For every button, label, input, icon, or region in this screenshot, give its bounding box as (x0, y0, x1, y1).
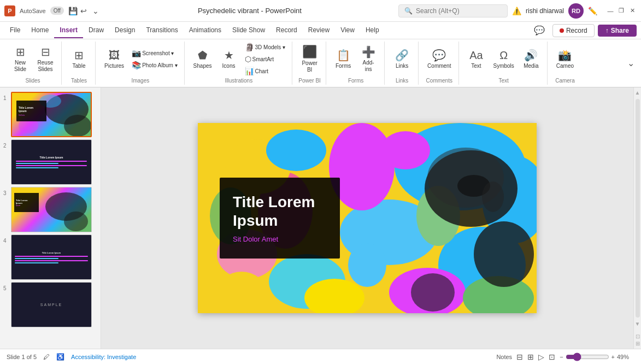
right-scrollbar[interactable]: ▲ ▼ ⊡ ⊞ (633, 87, 641, 349)
title-bar-icons: 💾 ↩ ⌄ (68, 7, 101, 15)
icons-icon: ★ (224, 49, 234, 62)
chart-button[interactable]: 📊 Chart (243, 66, 288, 77)
maximize-button[interactable]: ❐ (617, 7, 626, 15)
3d-models-label: 3D Models ▾ (255, 44, 286, 50)
links-button[interactable]: 🔗 Links (391, 46, 414, 72)
3d-models-button[interactable]: 🗿 3D Models ▾ (243, 42, 288, 52)
autosave-toggle[interactable]: Off (50, 7, 64, 15)
tables-group-label: Tables (71, 78, 87, 85)
slide-3-thumbnail[interactable]: Title LoremIpsum Ipsum (11, 187, 92, 232)
more-icon[interactable]: ⌄ (92, 7, 101, 15)
notes-label[interactable]: Notes (496, 354, 512, 360)
status-bar-right: Notes ⊟ ⊞ ▷ ⊡ − + 49% (496, 353, 634, 361)
slide-1-number: 1 (3, 95, 9, 101)
zoom-out-icon[interactable]: − (560, 354, 563, 360)
slide-sorter-icon[interactable]: ⊞ (527, 353, 534, 361)
normal-view-icon[interactable]: ⊟ (516, 353, 523, 361)
scroll-up-icon[interactable]: ▲ (635, 90, 640, 96)
comment-button-ribbon[interactable]: 💬 Comment (424, 46, 454, 72)
ribbon: File Home Insert Draw Design Transitions… (0, 22, 641, 87)
comment-button[interactable]: 💬 (530, 23, 549, 38)
accessibility-text[interactable]: Accessibility: Investigate (71, 354, 136, 360)
zoom-slider[interactable] (566, 353, 609, 361)
slide-info: Slide 1 of 5 (7, 354, 37, 360)
illustrations-group-items: ⬟ Shapes ★ Icons 🗿 3D Models ▾ ⬡ SmartAr… (190, 42, 288, 77)
smartart-button[interactable]: ⬡ SmartArt (243, 54, 288, 64)
slide-4-lines (15, 256, 88, 263)
window-controls: — ❐ ✕ (606, 7, 637, 15)
cameo-label: Cameo (556, 63, 574, 69)
tab-design[interactable]: Design (109, 23, 140, 38)
slide-4-thumbnail[interactable]: Title Lorem Ipsum (11, 234, 92, 280)
slide-3-wrapper: 3 Title LoremIpsum Ipsum (3, 187, 97, 232)
user-avatar[interactable]: RD (568, 3, 584, 19)
slide-1-thumbnail[interactable]: Title LoremIpsum Sit Dolor (11, 92, 92, 137)
slide-2-content: Title Lorem Ipsum (11, 140, 91, 184)
record-button[interactable]: Record (552, 24, 595, 37)
tab-transitions[interactable]: Transitions (140, 23, 183, 38)
screenshot-button[interactable]: 📷 Screenshot ▾ (130, 48, 179, 58)
tab-animations[interactable]: Animations (184, 23, 227, 38)
slide-4-line-1 (15, 256, 88, 257)
screenshot-icon: 📷 (132, 49, 141, 57)
ribbon-expand-button[interactable]: ⌄ (625, 42, 637, 85)
undo-icon[interactable]: ↩ (80, 7, 89, 15)
scroll-down-icon[interactable]: ▼ (635, 321, 640, 327)
photo-album-label: Photo Album ▾ (142, 62, 177, 68)
title-bar: P AutoSave Off 💾 ↩ ⌄ Psychedelic vibrant… (0, 0, 641, 22)
warning-icon: ⚠️ (512, 7, 521, 15)
minimize-button[interactable]: — (606, 7, 615, 15)
presenter-view-icon[interactable]: ⊡ (549, 353, 555, 361)
slides-group-items: ⊞ NewSlide ⊟ ReuseSlides (9, 42, 57, 77)
canvas-area[interactable]: Title Lorem Ipsum Sit Dolor Amet (101, 87, 633, 349)
icons-button[interactable]: ★ Icons (217, 46, 240, 72)
slide-5-thumbnail[interactable]: SAMPLE (11, 282, 92, 327)
zoom-fit-icon[interactable]: ⊞ (636, 340, 640, 347)
tab-slide-show[interactable]: Slide Show (227, 23, 270, 38)
zoom-in-icon[interactable]: + (611, 354, 615, 360)
tab-file[interactable]: File (4, 23, 26, 38)
tab-home[interactable]: Home (26, 23, 54, 38)
reading-view-icon[interactable]: ▷ (538, 353, 544, 361)
slide-4-title: Title Lorem Ipsum (42, 251, 61, 254)
addins-button[interactable]: ➕ Add-ins (357, 43, 380, 75)
comments-group-items: 💬 Comment (424, 42, 454, 77)
close-button[interactable]: ✕ (628, 7, 637, 15)
shapes-button[interactable]: ⬟ Shapes (190, 46, 215, 72)
links-group-items: 🔗 Links (391, 42, 414, 77)
search-box[interactable]: 🔍 Search (Alt+Q) (398, 4, 508, 17)
slide-text-box[interactable]: Title Lorem Ipsum Sit Dolor Amet (220, 178, 340, 259)
tab-record[interactable]: Record (270, 23, 303, 38)
slide-5-label: SAMPLE (40, 303, 62, 307)
pen-icon[interactable]: ✏️ (588, 7, 597, 15)
reuse-slides-button[interactable]: ⊟ ReuseSlides (34, 43, 57, 75)
tab-review[interactable]: Review (303, 23, 335, 38)
slide-2-thumbnail[interactable]: Title Lorem Ipsum (11, 139, 92, 185)
photo-album-button[interactable]: 📚 Photo Album ▾ (130, 60, 179, 71)
tab-draw[interactable]: Draw (83, 23, 109, 38)
fit-icon[interactable]: ⊡ (636, 333, 640, 339)
slide-canvas[interactable]: Title Lorem Ipsum Sit Dolor Amet (198, 123, 537, 313)
new-slide-icon: ⊞ (16, 45, 25, 58)
share-button[interactable]: ↑ Share (598, 25, 637, 37)
forms-button[interactable]: 📋 Forms (332, 46, 355, 72)
tab-view[interactable]: View (335, 23, 360, 38)
cameo-button[interactable]: 📸 Cameo (553, 46, 577, 72)
save-icon[interactable]: 💾 (68, 7, 77, 15)
media-button[interactable]: 🔊 Media (520, 46, 543, 72)
ribbon-actions: 💬 Record ↑ Share (530, 23, 637, 38)
scroll-track[interactable] (636, 99, 640, 318)
new-slide-button[interactable]: ⊞ NewSlide (9, 43, 32, 75)
slide-1-content: Title LoremIpsum Sit Dolor (12, 93, 91, 136)
tab-insert[interactable]: Insert (54, 23, 83, 38)
comment-label: Comment (427, 63, 451, 69)
pictures-button[interactable]: 🖼 Pictures (101, 47, 127, 72)
photo-album-icon: 📚 (132, 61, 141, 69)
zoom-level[interactable]: 49% (617, 354, 634, 360)
slide-subtitle: Sit Dolor Amet (233, 235, 327, 243)
symbols-button[interactable]: Ω Symbols (490, 47, 517, 72)
text-button[interactable]: Aa Text (464, 47, 487, 72)
tab-help[interactable]: Help (360, 23, 385, 38)
powerbi-button[interactable]: ⬛ PowerBI (298, 43, 321, 75)
table-button[interactable]: ⊞ Table (68, 46, 91, 72)
